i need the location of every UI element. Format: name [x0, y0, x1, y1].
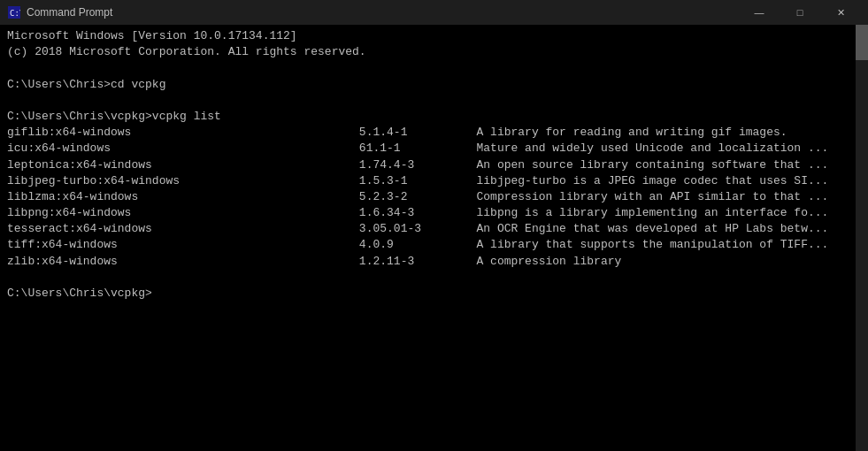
maximize-button[interactable]: □: [780, 0, 820, 25]
window-title: Command Prompt: [27, 6, 739, 19]
terminal-output: Microsoft Windows [Version 10.0.17134.11…: [7, 28, 861, 302]
app-icon: C:\: [7, 5, 21, 19]
scrollbar-thumb[interactable]: [856, 25, 868, 60]
window-controls: — □ ✕: [739, 0, 861, 25]
terminal-window[interactable]: Microsoft Windows [Version 10.0.17134.11…: [0, 25, 868, 451]
scrollbar[interactable]: [856, 25, 868, 451]
title-bar: C:\ Command Prompt — □ ✕: [0, 0, 868, 25]
svg-text:C:\: C:\: [10, 9, 20, 18]
minimize-button[interactable]: —: [739, 0, 780, 25]
close-button[interactable]: ✕: [820, 0, 861, 25]
